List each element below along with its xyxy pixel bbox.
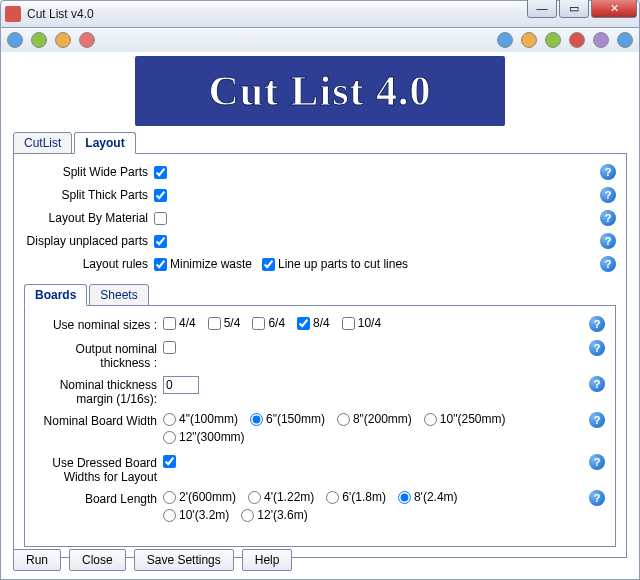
board-width-option[interactable]: 6"(150mm) [250, 412, 325, 426]
board-width-option[interactable]: 12"(300mm) [163, 430, 245, 444]
help-icon[interactable]: ? [600, 233, 616, 249]
board-length-radio[interactable] [163, 509, 176, 522]
row-by-material: Layout By Material ? [24, 208, 616, 228]
tab-cutlist[interactable]: CutList [13, 132, 72, 154]
nominal-size-option[interactable]: 6/4 [252, 316, 285, 330]
board-width-option[interactable]: 10"(250mm) [424, 412, 506, 426]
board-width-option[interactable]: 4"(100mm) [163, 412, 238, 426]
board-length-radio[interactable] [398, 491, 411, 504]
help-icon[interactable]: ? [589, 412, 605, 428]
toolbar-icon [617, 32, 633, 48]
nominal-size-checkbox[interactable] [252, 317, 265, 330]
rule-minimize-checkbox[interactable] [154, 258, 167, 271]
nominal-size-label: 4/4 [179, 316, 196, 330]
board-length-radio[interactable] [163, 491, 176, 504]
board-width-label: 10"(250mm) [440, 412, 506, 426]
row-dressed-widths: Use Dressed Board Widths for Layout ? [35, 454, 605, 484]
tab-layout[interactable]: Layout [74, 132, 135, 154]
boards-panel: Use nominal sizes : 4/45/46/48/410/4 ? O… [24, 305, 616, 547]
nominal-size-checkbox[interactable] [297, 317, 310, 330]
tab-boards[interactable]: Boards [24, 284, 87, 306]
board-length-radio[interactable] [248, 491, 261, 504]
close-button[interactable]: Close [69, 549, 126, 571]
board-width-radio[interactable] [163, 431, 176, 444]
board-width-radio[interactable] [424, 413, 437, 426]
nominal-size-checkbox[interactable] [163, 317, 176, 330]
nominal-size-label: 5/4 [224, 316, 241, 330]
board-width-option[interactable]: 8"(200mm) [337, 412, 412, 426]
background-toolbar [0, 28, 640, 52]
maximize-button[interactable]: ▭ [559, 0, 589, 18]
rule-lineup-option[interactable]: Line up parts to cut lines [262, 257, 408, 271]
board-length-label: 8'(2.4m) [414, 490, 458, 504]
toolbar-icon [545, 32, 561, 48]
board-length-option[interactable]: 2'(600mm) [163, 490, 236, 504]
board-length-option[interactable]: 8'(2.4m) [398, 490, 458, 504]
inner-panel-wrap: Boards Sheets Use nominal sizes : 4/45/4… [24, 284, 616, 547]
board-length-option[interactable]: 6'(1.8m) [326, 490, 386, 504]
board-width-radio[interactable] [163, 413, 176, 426]
board-length-label: Board Length [35, 490, 163, 506]
nominal-size-option[interactable]: 8/4 [297, 316, 330, 330]
window-controls: — ▭ ✕ [527, 0, 637, 18]
help-icon[interactable]: ? [589, 316, 605, 332]
banner-text: Cut List 4.0 [208, 67, 431, 115]
inner-tabs: Boards Sheets [24, 284, 616, 306]
board-length-options: 2'(600mm)4'(1.22m)6'(1.8m)8'(2.4m)10'(3.… [163, 490, 589, 526]
board-width-label: 4"(100mm) [179, 412, 238, 426]
save-settings-button[interactable]: Save Settings [134, 549, 234, 571]
help-icon[interactable]: ? [589, 490, 605, 506]
app-banner: Cut List 4.0 [135, 56, 505, 126]
nominal-size-option[interactable]: 4/4 [163, 316, 196, 330]
row-split-wide: Split Wide Parts ? [24, 162, 616, 182]
tab-sheets[interactable]: Sheets [89, 284, 148, 306]
help-icon[interactable]: ? [600, 210, 616, 226]
minimize-button[interactable]: — [527, 0, 557, 18]
nominal-size-checkbox[interactable] [208, 317, 221, 330]
board-width-radio[interactable] [250, 413, 263, 426]
nominal-size-label: 8/4 [313, 316, 330, 330]
row-nominal-sizes: Use nominal sizes : 4/45/46/48/410/4 ? [35, 316, 605, 334]
board-length-radio[interactable] [241, 509, 254, 522]
nominal-sizes-label: Use nominal sizes : [35, 316, 163, 332]
nominal-sizes-options: 4/45/46/48/410/4 [163, 316, 589, 330]
help-button[interactable]: Help [242, 549, 293, 571]
output-nominal-checkbox[interactable] [163, 341, 176, 354]
close-window-button[interactable]: ✕ [591, 0, 637, 18]
board-length-label: 6'(1.8m) [342, 490, 386, 504]
toolbar-icon [593, 32, 609, 48]
dressed-widths-checkbox[interactable] [163, 455, 176, 468]
help-icon[interactable]: ? [600, 164, 616, 180]
rule-minimize-option[interactable]: Minimize waste [154, 257, 252, 271]
board-width-label: 6"(150mm) [266, 412, 325, 426]
help-icon[interactable]: ? [589, 454, 605, 470]
help-icon[interactable]: ? [589, 340, 605, 356]
layout-panel: Split Wide Parts ? Split Thick Parts ? L… [13, 153, 627, 558]
rule-lineup-checkbox[interactable] [262, 258, 275, 271]
help-icon[interactable]: ? [600, 187, 616, 203]
row-board-length: Board Length 2'(600mm)4'(1.22m)6'(1.8m)8… [35, 490, 605, 526]
row-display-unplaced: Display unplaced parts ? [24, 231, 616, 251]
by-material-checkbox[interactable] [154, 212, 167, 225]
app-icon [5, 6, 21, 22]
split-wide-checkbox[interactable] [154, 166, 167, 179]
display-unplaced-checkbox[interactable] [154, 235, 167, 248]
board-length-option[interactable]: 10'(3.2m) [163, 508, 229, 522]
board-length-radio[interactable] [326, 491, 339, 504]
split-thick-checkbox[interactable] [154, 189, 167, 202]
toolbar-icon [31, 32, 47, 48]
board-length-option[interactable]: 12'(3.6m) [241, 508, 307, 522]
help-icon[interactable]: ? [589, 376, 605, 392]
nominal-size-option[interactable]: 10/4 [342, 316, 381, 330]
run-button[interactable]: Run [13, 549, 61, 571]
board-width-label: Nominal Board Width [35, 412, 163, 428]
board-width-options: 4"(100mm)6"(150mm)8"(200mm)10"(250mm)12"… [163, 412, 589, 448]
row-thickness-margin: Nominal thickness margin (1/16s): ? [35, 376, 605, 406]
nominal-size-option[interactable]: 5/4 [208, 316, 241, 330]
thickness-margin-input[interactable] [163, 376, 199, 394]
board-width-radio[interactable] [337, 413, 350, 426]
rule-lineup-label: Line up parts to cut lines [278, 257, 408, 271]
board-length-option[interactable]: 4'(1.22m) [248, 490, 314, 504]
nominal-size-checkbox[interactable] [342, 317, 355, 330]
help-icon[interactable]: ? [600, 256, 616, 272]
